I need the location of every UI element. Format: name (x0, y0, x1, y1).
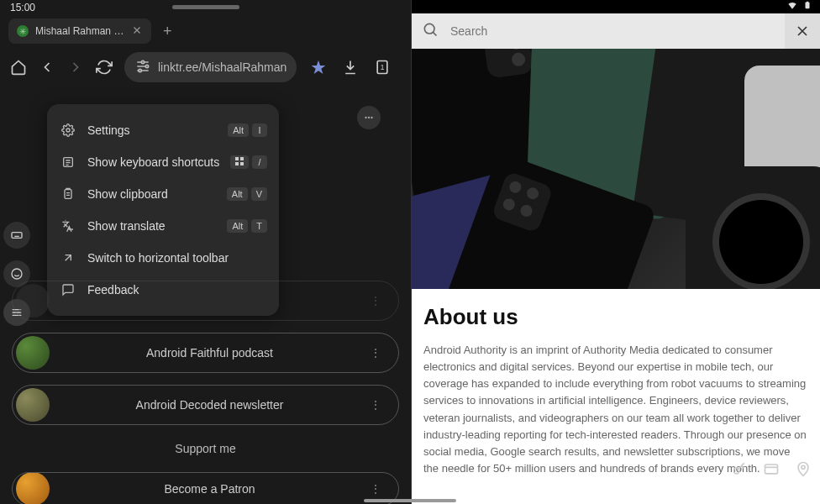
avatar (16, 336, 50, 370)
linktree-favicon: ✳ (17, 25, 29, 37)
more-icon[interactable]: ⋮ (370, 294, 390, 307)
page-content: Settings AltI Show keyboard shortcuts / … (0, 87, 411, 504)
back-icon[interactable] (39, 57, 55, 77)
expand-icon (60, 250, 76, 265)
menu-translate[interactable]: Show translate AltT (47, 210, 279, 242)
menu-label: Switch to horizontal toolbar (87, 251, 229, 265)
reader-mode-icon[interactable]: 1 (372, 57, 392, 77)
url-bar[interactable]: linktr.ee/MishaalRahman (124, 52, 297, 82)
clock: 15:00 (10, 2, 35, 13)
link-label: Android Decoded newsletter (50, 398, 370, 412)
svg-point-2 (139, 69, 141, 71)
left-split-pane: 15:00 ✳ Mishaal Rahman | Twitter | L + l… (0, 0, 412, 504)
menu-settings[interactable]: Settings AltI (47, 114, 279, 146)
new-tab-button[interactable]: + (158, 23, 177, 40)
close-icon[interactable] (785, 13, 820, 49)
svg-rect-8 (12, 233, 22, 239)
reload-icon[interactable] (96, 57, 113, 77)
menu-label: Show translate (87, 219, 166, 233)
link-faithful[interactable]: Android Faithful podcast ⋮ (12, 333, 399, 373)
gear-icon (60, 123, 76, 138)
avatar (16, 284, 50, 318)
svg-point-0 (141, 60, 144, 63)
battery-icon (803, 0, 812, 14)
article-body: Android Authority is an imprint of Autho… (423, 342, 808, 477)
link-patron[interactable]: Become a Patron ⋮ (12, 472, 399, 504)
avatar (16, 388, 50, 422)
svg-rect-20 (806, 3, 810, 9)
drag-handle[interactable] (172, 5, 239, 9)
location-icon[interactable] (795, 460, 812, 480)
svg-point-25 (802, 465, 805, 469)
browser-tab[interactable]: ✳ Mishaal Rahman | Twitter | L (8, 18, 151, 44)
search-icon[interactable] (422, 21, 439, 41)
menu-clipboard[interactable]: Show clipboard AltV (47, 178, 279, 210)
nav-handle[interactable] (364, 499, 456, 502)
svg-rect-18 (240, 162, 244, 165)
download-icon[interactable] (340, 57, 360, 77)
avatar (16, 472, 50, 504)
keyboard-icon[interactable] (3, 222, 30, 249)
hero-image (412, 49, 820, 289)
menu-shortcuts[interactable]: Show keyboard shortcuts / (47, 146, 279, 178)
wifi-icon (786, 0, 798, 14)
key-icon[interactable] (731, 460, 748, 480)
list-icon (60, 155, 76, 170)
clipboard-icon (60, 186, 76, 202)
menu-label: Show keyboard shortcuts (87, 155, 219, 169)
svg-rect-15 (235, 157, 239, 160)
svg-rect-21 (807, 2, 809, 3)
svg-rect-17 (235, 162, 239, 165)
home-icon[interactable] (10, 57, 27, 77)
link-item[interactable]: ⋮ (12, 281, 399, 321)
svg-point-10 (365, 117, 366, 118)
bottom-action-icons (731, 460, 812, 480)
shortcut-key (230, 155, 249, 169)
more-icon[interactable]: ⋮ (370, 482, 390, 496)
right-split-pane: About us Android Authority is an imprint… (412, 0, 820, 504)
menu-label: Settings (87, 123, 130, 137)
browser-toolbar: linktr.ee/MishaalRahman 1 (0, 47, 411, 87)
svg-point-1 (145, 65, 148, 67)
linktree-list: ⋮ Android Faithful podcast ⋮ Android Dec… (12, 281, 399, 504)
link-label: Become a Patron (50, 482, 370, 496)
svg-point-22 (424, 24, 434, 34)
url-text: linktr.ee/MishaalRahman (158, 60, 286, 74)
page-overflow-icon[interactable] (357, 106, 381, 129)
link-decoded[interactable]: Android Decoded newsletter ⋮ (12, 385, 399, 425)
site-settings-icon[interactable] (134, 58, 151, 77)
svg-rect-24 (765, 465, 778, 474)
search-bar (412, 13, 820, 49)
menu-switch-toolbar[interactable]: Switch to horizontal toolbar (47, 242, 279, 274)
svg-point-11 (368, 117, 370, 118)
forward-icon[interactable] (67, 57, 84, 77)
search-input[interactable] (450, 24, 773, 38)
svg-rect-16 (240, 157, 244, 160)
card-icon[interactable] (763, 460, 780, 480)
article-title: About us (423, 304, 808, 330)
tab-strip: ✳ Mishaal Rahman | Twitter | L + (0, 15, 411, 47)
svg-point-13 (66, 129, 70, 132)
close-tab-icon[interactable] (131, 24, 143, 39)
translate-icon (60, 218, 76, 234)
svg-point-12 (371, 117, 372, 118)
more-icon[interactable]: ⋮ (370, 346, 390, 360)
tab-title: Mishaal Rahman | Twitter | L (35, 25, 124, 37)
svg-rect-19 (65, 190, 71, 199)
section-support: Support me (12, 437, 399, 460)
svg-point-9 (12, 269, 22, 279)
more-icon[interactable]: ⋮ (370, 398, 390, 412)
svg-text:1: 1 (381, 63, 385, 71)
status-icons (412, 0, 820, 13)
link-label: Android Faithful podcast (50, 346, 370, 360)
bookmark-icon[interactable] (308, 57, 329, 77)
menu-label: Show clipboard (87, 187, 168, 201)
